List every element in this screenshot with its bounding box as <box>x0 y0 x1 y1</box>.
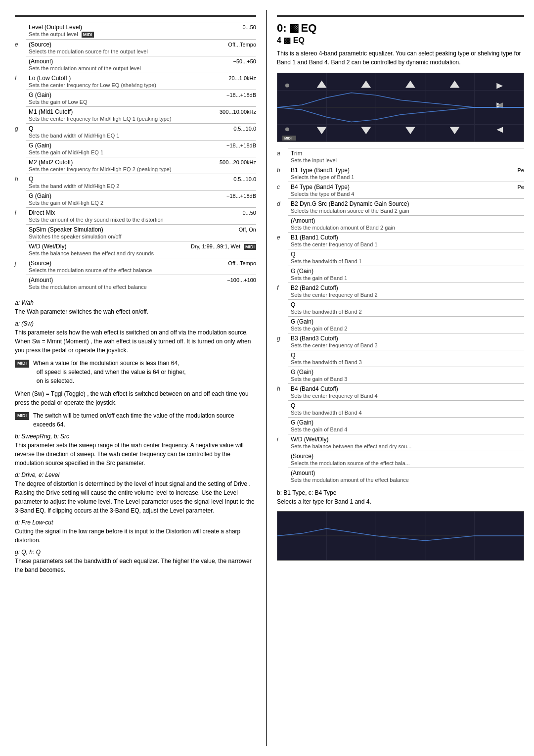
row-content-b2gain: G (Gain) Sets the gain of Band 2 <box>288 316 524 333</box>
eq-svg: MIDI <box>277 73 524 142</box>
row-letter-blank10 <box>15 275 26 291</box>
section-label-d-prelowcut: d: Pre Low-cut <box>15 519 256 526</box>
row-letter-blank-d <box>277 215 288 232</box>
param-row-b3cutoff: g B3 (Band3 Cutoff) Sets the center freq… <box>277 333 524 350</box>
param-desc-b1type: Selects the type of Band 1 <box>291 174 524 180</box>
param-desc-b2cutoff: Sets the center frequency of Band 2 <box>291 292 524 298</box>
preview-svg <box>277 512 524 560</box>
param-desc-source-right: Selects the modulation source of the eff… <box>291 460 524 466</box>
left-params-section: Level (Output Level) 0...50 Sets the out… <box>15 22 256 291</box>
row-content-b3cutoff: B3 (Band3 Cutoff) Sets the center freque… <box>288 333 524 350</box>
section-body-d-prelowcut: Cutting the signal in the low range befo… <box>15 527 256 545</box>
row-letter-blank8 <box>15 224 26 241</box>
row-content-b3q: Q Sets the bandwidth of Band 3 <box>288 350 524 367</box>
param-name-amount-right: (Amount) <box>291 470 315 476</box>
param-desc-b2amount: Sets the modulation amount of Band 2 gai… <box>291 225 524 231</box>
bottom-note: b: B1 Type, c: B4 Type Selects a lter ty… <box>277 488 524 506</box>
row-content-gain-f: G (Gain) −18...+18dB Sets the gain of Lo… <box>26 90 256 106</box>
eq-display: MIDI <box>277 73 524 142</box>
section-label-a-wah: a: Wah <box>15 299 256 306</box>
param-row-source-e: e (Source) Off...Tempo Selects the modul… <box>15 39 256 56</box>
subtitle-num: 4 <box>277 36 281 45</box>
param-row-gain-g: G (Gain) −18...+18dB Sets the gain of Mi… <box>15 140 256 157</box>
row-letter-blank-i1 <box>277 451 288 468</box>
midi-badge-level: MIDI <box>82 32 94 38</box>
param-row-q-g: g Q 0.5...10.0 Sets the band width of Mi… <box>15 123 256 140</box>
row-content-amount-right: (Amount) Sets the modulation amount of t… <box>288 468 524 484</box>
param-row-level: Level (Output Level) 0...50 Sets the out… <box>15 22 256 39</box>
row-content-b4q: Q Sets the bandwidth of Band 4 <box>288 400 524 417</box>
section-body-a-wah: The Wah parameter switches the wah effec… <box>15 307 256 316</box>
row-content-spsim: SpSim (Speaker Simulation) Off, On Switc… <box>26 224 256 241</box>
param-row-wd-right: i W/D (Wet/Dly) Sets the balance between… <box>277 434 524 451</box>
row-letter-c: c <box>277 182 288 198</box>
row-content-lo-f: Lo (Low Cutoff ) 20...1.0kHz Sets the ce… <box>26 73 256 90</box>
param-row-directmix-i: i Direct Mix 0...50 Sets the amount of t… <box>15 207 256 224</box>
param-row-m1: M1 (Mid1 Cutoff) 300...10.00kHz Sets the… <box>15 106 256 123</box>
row-letter-d: d <box>277 198 288 215</box>
param-val-source-e: Off...Tempo <box>228 42 256 47</box>
row-content-b1gain: G (Gain) Sets the gain of Band 1 <box>288 266 524 283</box>
row-letter-blank3 <box>15 90 26 106</box>
midi-badge-large-2: MIDI <box>15 412 29 420</box>
param-desc-gain-h: Sets the gain of Mid/High EQ 2 <box>29 200 256 206</box>
bottom-note-b1: b: B1 Type, c: B4 Type <box>277 488 524 497</box>
top-divider <box>15 15 256 17</box>
row-letter-i2: i <box>277 434 288 451</box>
row-content-b2q: Q Sets the bandwidth of Band 2 <box>288 299 524 316</box>
row-content-m1: M1 (Mid1 Cutoff) 300...10.00kHz Sets the… <box>26 106 256 123</box>
row-content-source-right: (Source) Selects the modulation source o… <box>288 451 524 468</box>
param-desc-amount-j: Sets the modulation amount of the effect… <box>29 284 256 290</box>
row-letter-blank-h2 <box>277 417 288 434</box>
param-name-m1: M1 (Mid1 Cutoff) <box>29 108 73 115</box>
param-row-b1q: Q Sets the bandwidth of Band 1 <box>277 249 524 266</box>
param-name-source-right: (Source) <box>291 453 313 460</box>
param-desc-q-h: Sets the band width of Mid/High EQ 2 <box>29 183 256 189</box>
section-body-tggl: When (Sw) = Tggl (Toggle) , the wah effe… <box>15 389 256 407</box>
param-row-b3gain: G (Gain) Sets the gain of Band 3 <box>277 367 524 383</box>
row-content-gain-g: G (Gain) −18...+18dB Sets the gain of Mi… <box>26 140 256 157</box>
midi-note-2: MIDI The switch will be turned on/off ea… <box>15 411 256 429</box>
param-desc-level: Sets the output level MIDI <box>29 31 256 38</box>
row-letter-blank-g1 <box>277 350 288 367</box>
param-desc-b4q: Sets the bandwidth of Band 4 <box>291 410 524 416</box>
title-icon: ▩ <box>289 22 299 35</box>
row-letter-blank6 <box>15 157 26 174</box>
param-name-directmix: Direct Mix <box>29 209 55 216</box>
row-letter-blank-f1 <box>277 299 288 316</box>
section-body-b-sweep: This parameter sets the sweep range of t… <box>15 441 256 468</box>
section-body-d-drive: The degree of distortion is determined b… <box>15 479 256 515</box>
row-letter-blank-f2 <box>277 316 288 333</box>
param-val-spsim: Off, On <box>239 227 256 233</box>
param-name-b2gain: G (Gain) <box>291 318 313 325</box>
param-desc-spsim: Switches the speaker simulation on/off <box>29 234 256 239</box>
param-row-source-j: j (Source) Off...Tempo Selects the modul… <box>15 258 256 275</box>
param-name-b1gain: G (Gain) <box>291 268 313 275</box>
row-content-b4gain: G (Gain) Sets the gain of Band 4 <box>288 417 524 434</box>
param-row-trim: a Trim Sets the input level <box>277 148 524 165</box>
param-name-lo: Lo (Low Cutoff ) <box>29 75 71 82</box>
param-name-q-g: Q <box>29 125 33 132</box>
param-desc-b1gain: Sets the gain of Band 1 <box>291 275 524 281</box>
param-name-b2cutoff: B2 (Band2 Cutoff) <box>291 284 338 291</box>
param-name-q-h: Q <box>29 176 33 183</box>
param-desc-amount-right: Sets the modulation amount of the effect… <box>291 477 524 483</box>
preview-box <box>277 511 524 561</box>
row-content-gain-h: G (Gain) −18...+18dB Sets the gain of Mi… <box>26 190 256 207</box>
section-body-g-q: These parameters set the bandwidth of ea… <box>15 557 256 574</box>
param-val-gain-h: −18...+18dB <box>226 193 256 199</box>
param-desc-b2q: Sets the bandwidth of Band 2 <box>291 309 524 315</box>
param-row-source-right: (Source) Selects the modulation source o… <box>277 451 524 468</box>
param-desc-b2dyng: Selects the modulation source of the Ban… <box>291 208 524 214</box>
param-row-amount-right: (Amount) Sets the modulation amount of t… <box>277 468 524 484</box>
param-desc-q-g: Sets the band width of Mid/High EQ 1 <box>29 133 256 139</box>
row-content-m2: M2 (Mid2 Cutoff) 500...20.00kHz Sets the… <box>26 157 256 174</box>
param-desc-lo: Sets the center frequency for Low EQ (sh… <box>29 82 256 88</box>
param-name-b3gain: G (Gain) <box>291 369 313 376</box>
param-row-b4cutoff: h B4 (Band4 Cutoff) Sets the center freq… <box>277 383 524 400</box>
param-desc-m1: Sets the center frequency for Mid/High E… <box>29 116 256 122</box>
right-top-divider <box>277 15 524 17</box>
param-val-wd: Dry, 1:99...99:1, Wet MIDI <box>191 243 256 250</box>
param-val-directmix: 0...50 <box>242 210 256 216</box>
param-name-b4type: B4 Type (Band4 Type) <box>291 184 350 190</box>
